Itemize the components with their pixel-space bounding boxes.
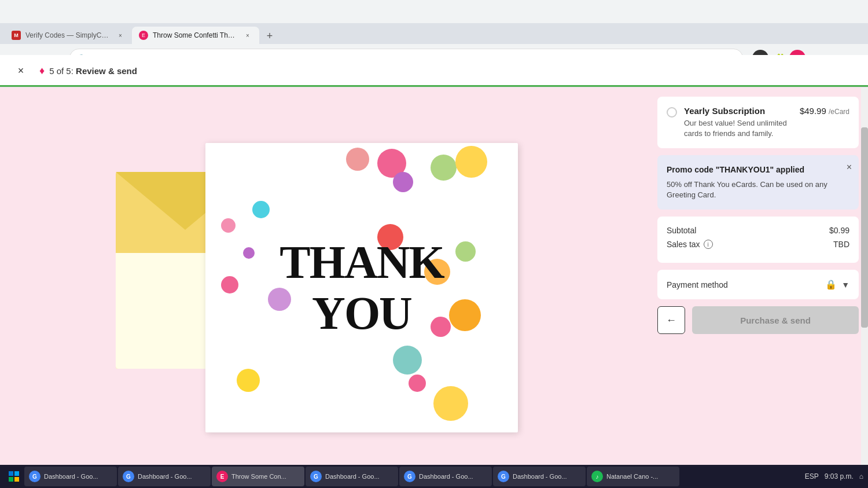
tax-value: TBD [833,240,849,249]
subtotal-value: $0.99 [829,226,849,235]
promo-title: Promo code "THANKYOU1" applied [667,164,849,176]
taskbar-item-text-5: Dashboard - Goo... [419,473,473,480]
taskbar: G Dashboard - Goo... G Dashboard - Goo..… [0,465,868,488]
subscription-option: Yearly Subscription Our best value! Send… [667,106,849,139]
tax-info-icon[interactable]: i [704,240,713,249]
system-tray: ⌂ [859,472,863,480]
subscription-radio[interactable] [667,107,677,118]
title-bar [0,0,868,23]
back-button[interactable]: ← [657,306,685,334]
lock-icon: 🔒 [825,279,837,290]
svg-rect-2 [9,477,13,482]
tab-verify-codes[interactable]: M Verify Codes — SimplyCodes × [5,27,132,44]
subscription-price-unit: /eCard [829,108,849,116]
tab-close-2[interactable]: × [243,31,252,40]
subscription-description: Our best value! Send unlimited cards to … [684,118,793,139]
step-indicator: ♦ 5 of 5: Review & send [39,65,137,77]
tab-title-2: Throw Some Confetti Thank Yo... [153,31,238,39]
subscription-info: Yearly Subscription Our best value! Send… [684,106,793,139]
taskbar-item-text-4: Dashboard - Goo... [325,473,380,480]
card-preview-area: THANK YOU [0,87,648,488]
main-content: THANK YOU Yearly Subscription Our best v… [0,87,868,488]
step-text: 5 of 5: Review & send [49,66,137,76]
taskbar-time: 9:03 p.m. [825,472,854,480]
taskbar-item-text-6: Dashboard - Goo... [513,473,567,480]
tab-favicon-2: E [139,31,148,40]
promo-close-button[interactable]: × [847,162,852,173]
taskbar-lang: ESP [805,472,819,480]
taskbar-item-1[interactable]: G Dashboard - Goo... [24,467,117,486]
diamond-icon: ♦ [39,65,45,77]
svg-rect-0 [9,471,13,476]
tab-bar: M Verify Codes — SimplyCodes × E Throw S… [0,23,868,44]
progress-bar [0,85,868,87]
scrollbar-thumb[interactable] [861,127,868,328]
card-thank-text: THANK [279,239,443,285]
taskbar-item-5[interactable]: G Dashboard - Goo... [399,467,492,486]
taskbar-item-2[interactable]: G Dashboard - Goo... [118,467,211,486]
tab-favicon-1: M [12,31,21,40]
action-buttons: ← Purchase & send [657,306,859,334]
tab-throw-confetti[interactable]: E Throw Some Confetti Thank Yo... × [132,27,259,44]
taskbar-item-6[interactable]: G Dashboard - Goo... [493,467,586,486]
promo-description: 50% off Thank You eCards. Can be used on… [667,179,849,200]
greeting-card: THANK YOU [205,143,518,432]
scrollbar-track [861,87,868,488]
tab-close-1[interactable]: × [116,31,125,40]
new-tab-button[interactable]: + [262,28,278,44]
payment-chevron-icon: ▼ [841,280,849,289]
svg-rect-1 [14,471,19,476]
payment-label: Payment method [667,280,728,289]
tax-row: Sales tax i TBD [667,240,849,249]
subscription-price: $49.99 /eCard [800,106,849,116]
purchase-send-button[interactable]: Purchase & send [692,306,859,334]
card-container: THANK YOU [116,137,532,438]
subtotal-label: Subtotal [667,226,696,235]
taskbar-item-4[interactable]: G Dashboard - Goo... [306,467,398,486]
app-header: × ♦ 5 of 5: Review & send [0,55,868,87]
taskbar-item-3[interactable]: E Throw Some Con... [212,467,304,486]
card-you-text: YOU [279,290,443,336]
subscription-title: Yearly Subscription [684,106,793,116]
subscription-card: Yearly Subscription Our best value! Send… [657,97,859,148]
app-close-button[interactable]: × [12,62,30,80]
taskbar-item-text-1: Dashboard - Goo... [44,473,98,480]
start-button[interactable] [5,467,23,486]
sidebar: Yearly Subscription Our best value! Send… [648,87,868,488]
totals-card: Subtotal $0.99 Sales tax i TBD [657,217,859,263]
tab-title-1: Verify Codes — SimplyCodes [25,31,111,39]
promo-code-card: Promo code "THANKYOU1" applied 50% off T… [657,155,859,210]
browser-chrome: M Verify Codes — SimplyCodes × E Throw S… [0,0,868,55]
svg-rect-3 [14,477,19,482]
taskbar-item-text-3: Throw Some Con... [231,473,286,480]
subtotal-row: Subtotal $0.99 [667,226,849,235]
tax-label: Sales tax i [667,240,713,249]
taskbar-item-text-7: Natanael Cano -... [606,473,658,480]
taskbar-item-7[interactable]: ♪ Natanael Cano -... [587,467,679,486]
card-text: THANK YOU [279,239,443,336]
taskbar-item-text-2: Dashboard - Goo... [138,473,192,480]
payment-method-card[interactable]: Payment method 🔒 ▼ [657,270,859,299]
taskbar-right: ESP 9:03 p.m. ⌂ [805,472,863,480]
